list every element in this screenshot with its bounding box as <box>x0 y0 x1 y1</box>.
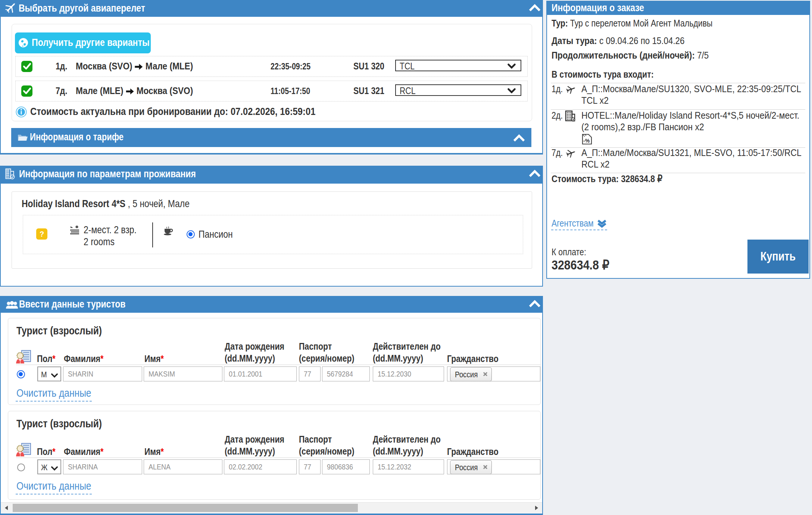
svg-text:-%: -% <box>583 138 590 144</box>
